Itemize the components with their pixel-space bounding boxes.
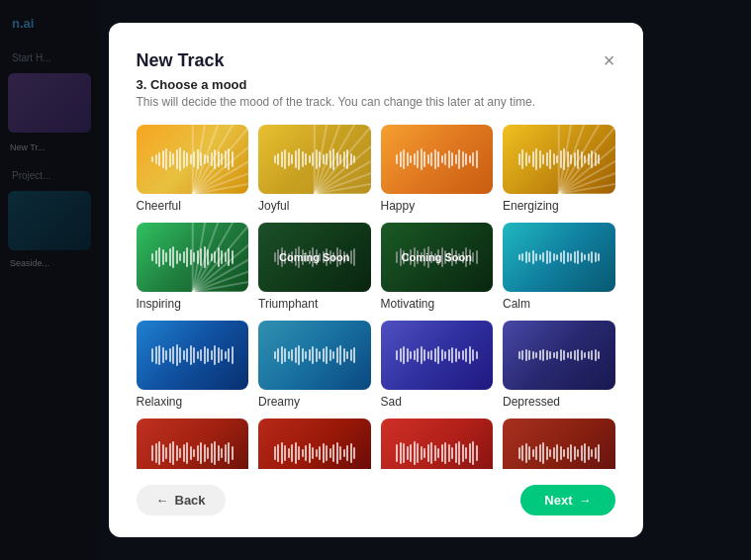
next-label: Next (544, 493, 572, 508)
mood-item-depressed[interactable]: Depressed (503, 321, 615, 409)
waveform-depressed (503, 321, 615, 390)
mood-item-triumphant[interactable]: Coming SoonTriumphant (258, 223, 371, 311)
mood-item-cheerful[interactable]: Cheerful (137, 125, 249, 213)
modal-footer: ← Back Next → (137, 485, 615, 515)
mood-label-relaxing: Relaxing (137, 395, 183, 409)
mood-item-energizing[interactable]: Energizing (503, 125, 615, 213)
waveform-cheerful (137, 125, 249, 194)
mood-item-dreamy[interactable]: Dreamy (258, 321, 371, 409)
waveform-inspiring (137, 223, 249, 292)
mood-label-depressed: Depressed (503, 395, 560, 409)
mood-card-dreamy (258, 321, 371, 390)
mood-card-inspiring (137, 223, 249, 292)
mood-card-depressed (503, 321, 615, 390)
mood-item-scary[interactable]: Scary (137, 419, 249, 469)
mood-grid: CheerfulJoyfulHappyEnergizingInspiringCo… (137, 125, 615, 469)
mood-card-angry (381, 419, 494, 469)
mood-item-inspiring[interactable]: Inspiring (137, 223, 249, 311)
waveform-tense (503, 419, 615, 469)
waveform-energizing (503, 125, 615, 194)
mood-item-happy[interactable]: Happy (381, 125, 494, 213)
coming-soon-badge-triumphant: Coming Soon (258, 223, 371, 292)
mood-label-calm: Calm (503, 297, 530, 311)
mood-item-fearful[interactable]: Fearful (258, 419, 371, 469)
back-arrow-icon: ← (156, 493, 169, 508)
mood-card-motivating: Coming Soon (381, 223, 494, 292)
coming-soon-badge-motivating: Coming Soon (381, 223, 494, 292)
waveform-calm (503, 223, 615, 292)
modal-overlay: New Track × 3. Choose a mood This will d… (0, 0, 751, 560)
mood-label-joyful: Joyful (258, 199, 289, 213)
mood-item-joyful[interactable]: Joyful (258, 125, 371, 213)
waveform-joyful (258, 125, 371, 194)
modal-close-button[interactable]: × (604, 50, 615, 70)
waveform-happy (381, 125, 494, 194)
mood-card-cheerful (137, 125, 249, 194)
waveform-scary (137, 419, 249, 469)
back-label: Back (175, 493, 206, 508)
next-arrow-icon: → (579, 493, 592, 508)
waveform-fearful (258, 419, 371, 469)
mood-item-tense[interactable]: Tense (503, 419, 615, 469)
mood-item-calm[interactable]: Calm (503, 223, 615, 311)
modal-step-label: 3. Choose a mood (137, 77, 615, 92)
mood-item-angry[interactable]: Angry (381, 419, 494, 469)
mood-card-calm (503, 223, 615, 292)
mood-label-cheerful: Cheerful (137, 199, 181, 213)
modal-header: New Track × (137, 50, 615, 71)
mood-card-joyful (258, 125, 371, 194)
mood-item-motivating[interactable]: Coming SoonMotivating (381, 223, 494, 311)
mood-card-happy (381, 125, 494, 194)
mood-card-tense (503, 419, 615, 469)
mood-label-triumphant: Triumphant (258, 297, 318, 311)
modal-description: This will decide the mood of the track. … (137, 95, 615, 109)
mood-label-dreamy: Dreamy (258, 395, 300, 409)
back-button[interactable]: ← Back (137, 485, 226, 515)
mood-card-energizing (503, 125, 615, 194)
next-button[interactable]: Next → (520, 485, 614, 515)
mood-label-inspiring: Inspiring (137, 297, 181, 311)
mood-card-fearful (258, 419, 371, 469)
mood-label-happy: Happy (381, 199, 416, 213)
mood-card-scary (137, 419, 249, 469)
mood-card-sad (381, 321, 494, 390)
waveform-dreamy (258, 321, 371, 390)
modal-title: New Track (137, 50, 225, 71)
waveform-angry (381, 419, 494, 469)
mood-label-energizing: Energizing (503, 199, 559, 213)
mood-item-sad[interactable]: Sad (381, 321, 494, 409)
waveform-sad (381, 321, 494, 390)
waveform-relaxing (137, 321, 249, 390)
mood-card-triumphant: Coming Soon (258, 223, 371, 292)
mood-card-relaxing (137, 321, 249, 390)
mood-label-motivating: Motivating (381, 297, 435, 311)
mood-label-sad: Sad (381, 395, 402, 409)
new-track-modal: New Track × 3. Choose a mood This will d… (109, 23, 643, 537)
mood-item-relaxing[interactable]: Relaxing (137, 321, 249, 409)
